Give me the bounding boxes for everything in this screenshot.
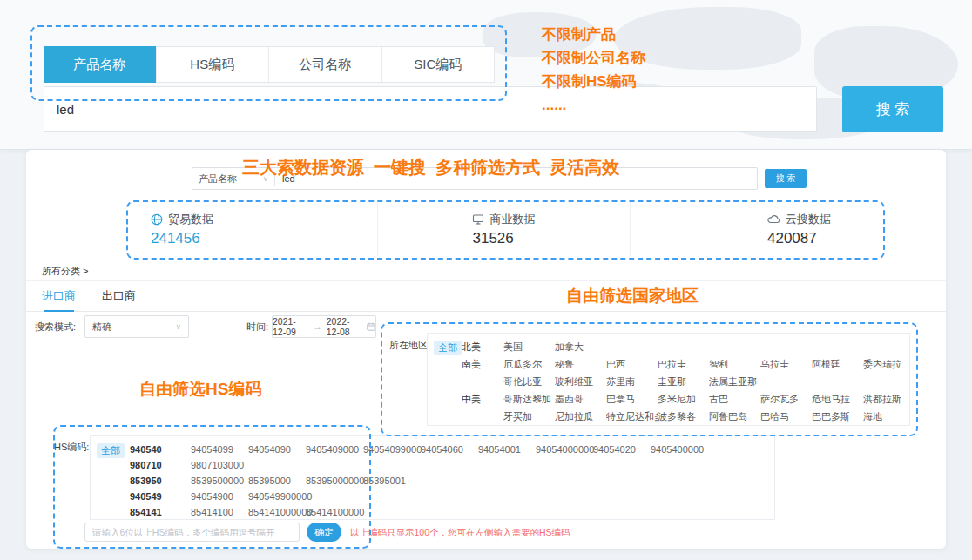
toolbar-search-button[interactable]: 搜 索: [765, 169, 807, 188]
region-item[interactable]: 智利: [709, 358, 760, 371]
hero-annotation-line: 不限制产品: [542, 23, 645, 46]
hs-code-item[interactable]: 94054099: [191, 444, 248, 455]
hs-confirm-button[interactable]: 确定: [307, 523, 341, 542]
hs-limit-note: 以上编码只显示100个，您可在左侧输入需要的HS编码: [350, 527, 570, 539]
hero-annotation-line: 不限制公司名称: [542, 46, 645, 70]
region-item[interactable]: 厄瓜多尔: [503, 358, 555, 371]
hero-search-input[interactable]: [44, 86, 817, 132]
region-row: 中美 哥斯达黎加 墨西哥 巴拿马 多米尼加 古巴 萨尔瓦多 危地马拉 洪都拉斯: [434, 390, 909, 408]
tab-exporters[interactable]: 出口商: [102, 281, 136, 311]
hs-code-item[interactable]: 9405400000: [651, 444, 708, 455]
region-item[interactable]: 阿根廷: [812, 358, 863, 371]
stat-cloud-search-data[interactable]: 云搜数据 420087: [630, 202, 881, 256]
hs-code-item[interactable]: 854141000000: [248, 507, 306, 517]
region-item[interactable]: 圭亚那: [658, 375, 709, 388]
stat-business-data[interactable]: 商业数据 31526: [377, 202, 629, 256]
toolbar-category-value: 产品名称: [199, 172, 237, 186]
region-item[interactable]: 法属圭亚那: [709, 375, 760, 388]
hs-code-item[interactable]: 8539500000: [191, 476, 248, 486]
hs-parent-code[interactable]: 854141: [130, 507, 191, 517]
hero-tab-company-name[interactable]: 公司名称: [269, 47, 382, 82]
region-item[interactable]: 多米尼加: [658, 393, 709, 406]
hs-row: 全部 940540 94054099 94054090 9405409000 9…: [97, 442, 774, 457]
region-item[interactable]: 哥斯达黎加: [503, 393, 555, 406]
hs-code-item[interactable]: 940549900000: [248, 491, 306, 502]
region-item[interactable]: 洪都拉斯: [863, 393, 910, 406]
hs-code-item[interactable]: 94054090: [248, 444, 306, 455]
region-item[interactable]: 加拿大: [555, 341, 606, 354]
region-item[interactable]: 危地马拉: [812, 393, 863, 406]
monitor-icon: [472, 213, 484, 226]
hero-annotation-line: ......: [542, 93, 645, 117]
region-item[interactable]: 萨尔瓦多: [760, 393, 812, 406]
hs-code-item[interactable]: 85395000: [248, 476, 306, 486]
time-label: 时间:: [246, 320, 268, 334]
hs-parent-code[interactable]: 940540: [130, 444, 191, 455]
region-item[interactable]: 古巴: [709, 393, 760, 406]
stat-label: 商业数据: [489, 212, 535, 227]
hs-code-item[interactable]: 9405409000: [306, 444, 363, 455]
hs-code-item[interactable]: 94054099000: [363, 444, 421, 455]
hs-all-chip[interactable]: 全部: [97, 443, 125, 458]
region-row: 全部 北美 美国 加拿大: [434, 338, 909, 355]
region-item[interactable]: 波多黎各: [658, 410, 709, 423]
calendar-icon: [367, 322, 375, 331]
region-item[interactable]: 巴拉圭: [658, 358, 709, 371]
region-item[interactable]: 牙买加: [503, 410, 555, 423]
region-item[interactable]: 玻利维亚: [555, 375, 606, 388]
hs-code-item[interactable]: 94054001: [478, 444, 536, 455]
hs-code-item[interactable]: 85414100000: [306, 507, 363, 517]
region-item[interactable]: 哥伦比亚: [503, 375, 555, 388]
hs-code-item[interactable]: 9807103000: [191, 460, 248, 470]
hero-annotations: 不限制产品 不限制公司名称 不限制HS编码 ......: [542, 23, 645, 117]
region-group: 北美: [462, 341, 503, 354]
region-item[interactable]: 巴拿马: [606, 393, 658, 406]
hero-section: 产品名称 HS编码 公司名称 SIC编码 搜 索 不限制产品 不限制公司名称 不…: [0, 0, 972, 150]
breadcrumb[interactable]: 所有分类 >: [42, 265, 88, 278]
hero-tab-hs-code[interactable]: HS编码: [157, 47, 270, 82]
region-item[interactable]: 秘鲁: [555, 358, 606, 371]
region-item[interactable]: 苏里南: [606, 375, 658, 388]
region-item[interactable]: 乌拉圭: [760, 358, 812, 371]
cloud-icon: [767, 213, 780, 225]
region-item[interactable]: 巴西: [606, 358, 658, 371]
hs-parent-code[interactable]: 853950: [130, 476, 191, 486]
stat-value: 420087: [767, 230, 831, 247]
hs-code-item[interactable]: 94054020: [593, 444, 651, 455]
hs-code-item[interactable]: 94054900: [191, 491, 248, 502]
stat-trade-data[interactable]: 贸易数据 241456: [126, 202, 377, 256]
region-item[interactable]: 阿鲁巴岛: [709, 410, 760, 423]
hs-parent-code[interactable]: 940549: [130, 491, 191, 502]
search-mode-select[interactable]: 精确 ∨: [84, 315, 189, 338]
chevron-down-icon: ∨: [175, 322, 181, 331]
tab-importers[interactable]: 进口商: [42, 281, 76, 311]
hs-code-item[interactable]: 94054060: [421, 444, 478, 455]
hero-tab-sic-code[interactable]: SIC编码: [382, 47, 495, 82]
hs-row: 940549 94054900 940549900000: [97, 489, 774, 504]
hero-search-button[interactable]: 搜 索: [842, 86, 943, 132]
stat-value: 241456: [151, 230, 213, 247]
region-item[interactable]: 海地: [863, 410, 910, 423]
hero-search-type-tabs: 产品名称 HS编码 公司名称 SIC编码: [44, 46, 495, 83]
region-all-chip[interactable]: 全部: [434, 341, 462, 355]
hs-code-item[interactable]: 85414100: [191, 507, 248, 517]
date-start: 2021-12-09: [273, 316, 308, 337]
hero-tab-product-name[interactable]: 产品名称: [44, 46, 157, 83]
date-range-picker[interactable]: 2021-12-09 → 2022-12-08: [272, 315, 376, 338]
hs-code-input[interactable]: [84, 523, 300, 542]
result-tabs: 进口商 出口商: [26, 280, 946, 312]
region-item[interactable]: 尼加拉瓜: [555, 410, 606, 423]
region-item[interactable]: 巴巴多斯: [812, 410, 863, 423]
search-mode-value: 精确: [92, 320, 111, 334]
hs-code-item[interactable]: 85395000000: [306, 476, 363, 486]
region-item[interactable]: 委内瑞拉: [863, 358, 910, 371]
region-item[interactable]: 巴哈马: [760, 410, 812, 423]
region-item[interactable]: 特立尼达和多巴...: [606, 410, 658, 423]
hs-code-item[interactable]: 85395001: [363, 476, 421, 486]
hs-parent-code[interactable]: 980710: [130, 460, 191, 470]
region-item[interactable]: 美国: [503, 341, 555, 354]
hs-code-item[interactable]: 94054000000: [536, 444, 593, 455]
region-row: 牙买加 尼加拉瓜 特立尼达和多巴... 波多黎各 阿鲁巴岛 巴哈马 巴巴多斯 海…: [434, 408, 909, 425]
data-source-stats: 贸易数据 241456 商业数据 31526: [126, 202, 881, 256]
region-item[interactable]: 墨西哥: [555, 393, 606, 406]
